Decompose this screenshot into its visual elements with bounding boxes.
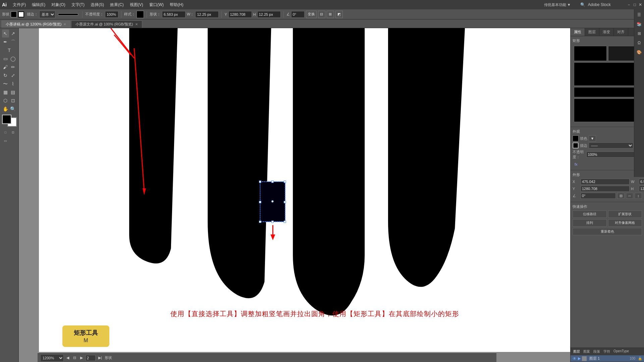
zoom-select[interactable]: 1200% [40, 354, 64, 362]
panel-tab-layers-quick[interactable]: 图层 [585, 28, 599, 36]
graph-tool[interactable]: ▦ [2, 88, 9, 96]
menu-object[interactable]: 对象(O) [49, 1, 68, 8]
h-panel-input[interactable] [639, 186, 644, 192]
layer-expand-icon[interactable]: ▶ [578, 356, 581, 361]
eraser-tool[interactable]: ⊡ [9, 97, 17, 105]
opacity-panel-input[interactable] [586, 152, 635, 158]
fill-color[interactable] [2, 115, 11, 124]
svg-rect-12 [259, 221, 261, 223]
menu-file[interactable]: 文件(F) [10, 1, 29, 8]
distribute-icon-btn[interactable]: ⊞ [327, 11, 334, 18]
close-tab-1[interactable]: ✕ [63, 22, 66, 26]
reshape-tool[interactable]: ⌇ [9, 80, 17, 88]
screen-mode[interactable]: ▭ [2, 137, 9, 145]
libraries-icon[interactable]: 📚 [635, 20, 643, 28]
tooltip-box: 矩形工具 M [62, 325, 109, 347]
panel-tab-gradient[interactable]: 渐变 [599, 28, 614, 36]
menu-effect[interactable]: 效果(C) [107, 1, 126, 8]
layers-icon[interactable]: ⊞ [635, 29, 643, 38]
w-value[interactable] [195, 11, 219, 18]
layers-tab-char[interactable]: 字符 [602, 349, 611, 355]
xy-row: X W [573, 179, 642, 185]
select-icon: ↖ [3, 31, 7, 36]
glyphs-icon[interactable]: Ω [635, 39, 643, 47]
angle-value[interactable] [291, 11, 305, 18]
pathfinder-icon-btn[interactable]: ◩ [335, 11, 343, 18]
stroke-select[interactable]: 基本 [39, 11, 55, 18]
constrain-btn[interactable]: ⊟ [617, 193, 625, 199]
nav-next[interactable]: ▶ [80, 356, 83, 360]
pencil-tool[interactable]: ✏ [9, 63, 17, 71]
offset-path-btn[interactable]: 位移路径 [573, 210, 607, 218]
warp-tool[interactable]: 〜 [2, 80, 9, 88]
menu-select[interactable]: 选择(S) [88, 1, 107, 8]
pen-tool[interactable]: ✒ [2, 38, 9, 46]
rect-tool[interactable]: ▭ [2, 55, 9, 63]
stroke-type-select[interactable]: —— [589, 142, 633, 148]
layers-tab-opentype[interactable]: OpenType [612, 349, 630, 355]
align-pixel-btn[interactable]: 对齐像素网格 [608, 219, 642, 227]
x-value[interactable] [162, 11, 185, 18]
left-toolbar: ↖ ↗ ✒ ⌒ T ▭ ◯ 🖌 [0, 28, 19, 362]
flip-v-btn[interactable]: ↕ [635, 193, 642, 199]
x-panel-input[interactable] [581, 179, 630, 185]
menu-view[interactable]: 视图(V) [127, 1, 146, 8]
simplify-btn[interactable]: 排列 [573, 219, 607, 227]
layer-row-1[interactable]: 👁 ▶ 图层 1 100 🔓 [571, 355, 644, 362]
transform-btn[interactable]: 变换 [306, 11, 317, 18]
canvas-area[interactable]: 使用【直接选择工具】调整加粗竖笔画并拉出圆角，使用【矩形工具】在其底部绘制小的矩… [19, 28, 570, 362]
y-panel-input[interactable] [581, 186, 630, 192]
slice-tool[interactable]: ⬡ [2, 97, 9, 105]
column-graph-tool[interactable]: ▤ [9, 88, 17, 96]
color-icon[interactable]: 🎨 [635, 48, 643, 56]
page-input[interactable] [86, 355, 96, 361]
panel-tab-align[interactable]: 对齐 [614, 28, 628, 36]
style-box[interactable] [137, 11, 144, 18]
doc-tab-2[interactable]: 小墨源文件.ai @ 100% (RGB/预览) ✕ [71, 20, 142, 28]
fill-color-swatch[interactable] [573, 135, 579, 141]
angle-panel-input[interactable] [581, 193, 616, 199]
y-value[interactable] [228, 11, 252, 18]
layer-visibility-icon[interactable]: 👁 [573, 356, 577, 361]
panel-tab-properties[interactable]: 属性 [571, 28, 585, 36]
nav-prev[interactable]: ◀ [66, 356, 69, 360]
menu-help[interactable]: 帮助(H) [167, 1, 186, 8]
normal-mode[interactable]: □ [2, 128, 9, 136]
rotate-tool[interactable]: ↻ [2, 71, 9, 79]
curvature-tool[interactable]: ⌒ [9, 38, 17, 46]
close-tab-2[interactable]: ✕ [135, 22, 138, 26]
tooltip-shortcut: M [69, 338, 103, 344]
layers-tab-pattern[interactable]: 图案 [582, 349, 591, 355]
w-panel-input[interactable] [639, 179, 644, 185]
stroke-color-swatch[interactable] [573, 142, 579, 148]
reset-color-btn[interactable]: 重新着色 [573, 228, 642, 235]
draw-inside[interactable]: ⊡ [9, 128, 17, 136]
align-icon-btn[interactable]: ⊟ [318, 11, 325, 18]
properties-panel-icon[interactable]: ☰ [635, 11, 643, 19]
hand-tool[interactable]: ✋ [2, 105, 9, 113]
type-tool[interactable]: T [2, 46, 17, 54]
direct-select-tool[interactable]: ↗ [9, 29, 17, 38]
paintbrush-tool[interactable]: 🖌 [2, 63, 9, 71]
select-tool[interactable]: ↖ [2, 29, 9, 38]
menu-edit[interactable]: 编辑(E) [29, 1, 48, 8]
layer-lock-icon[interactable]: 🔓 [638, 357, 642, 360]
title-text: 传统基本功能 ▼ [544, 2, 571, 7]
flip-h-btn[interactable]: ↔ [626, 193, 633, 199]
opacity-input[interactable] [105, 11, 118, 18]
page-end[interactable]: ▶| [98, 356, 102, 360]
layers-tab-layers[interactable]: 图层 [572, 349, 581, 355]
ellipse-tool[interactable]: ◯ [9, 55, 17, 63]
zoom-tool[interactable]: 🔍 [9, 105, 17, 113]
h-value[interactable] [257, 11, 281, 18]
scale-tool[interactable]: ⤢ [9, 71, 17, 79]
fill-options-btn[interactable]: ▼ [589, 135, 596, 141]
doc-tab-1[interactable]: 小墨讲稿.ai @ 1200% (RGB/预览) ✕ [1, 20, 70, 28]
fill-color-box[interactable] [11, 11, 17, 17]
menu-text[interactable]: 文字(T) [69, 1, 87, 8]
layers-tab-para[interactable]: 段落 [592, 349, 601, 355]
stroke-color-box[interactable] [18, 11, 24, 17]
tool-label: 形状 [2, 12, 9, 17]
expand-shape-btn[interactable]: 扩展形状 [608, 210, 642, 218]
menu-window[interactable]: 窗口(W) [147, 1, 166, 8]
